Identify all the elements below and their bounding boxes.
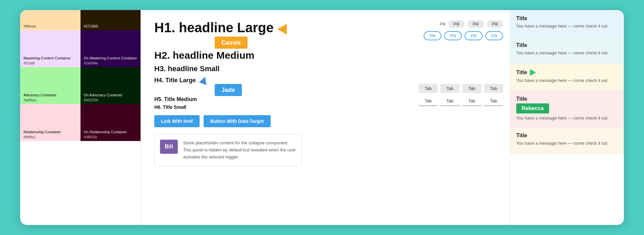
tab-underline-1[interactable]: Tab [419,96,438,106]
right-panel: Title You have a message here — come che… [510,10,624,225]
mastering-label: Mastering-Content Container [23,56,77,60]
on-relationship-hex: #3f001b [84,135,138,139]
mastering-container-cell: Mastering-Content Container #f2daff [20,30,80,67]
pill-3[interactable]: Pill [487,20,503,28]
advocacy-label: Advocacy Container [23,93,77,97]
jade-badge: Jade [215,84,242,96]
pill-outline-4[interactable]: Pill [485,31,503,40]
card-5-body: You have a message here — come check it … [516,140,618,147]
card-1: Title You have a message here — come che… [510,10,624,37]
on-advocacy-hex: #002204 [84,98,138,102]
mastering-hex: #f2daff [23,61,77,65]
relationship-container-cell: Relationship Container #ffd9e1 [20,104,80,141]
arrow-blue-icon [199,76,209,85]
color-cell-271900: #271900 [80,10,141,30]
tab-4[interactable]: Tab [484,84,503,93]
hex-label: #271900 [84,24,138,28]
card-2: Title You have a message here — come che… [510,37,624,64]
pill-outline-2[interactable]: Pill [444,31,462,40]
relationship-row: Relationship Container #ffd9e1 On Relati… [20,104,141,141]
pill-row-1: Pill Pill Pill Pill [396,20,503,28]
arrow-green-icon [530,69,536,76]
on-mastering-container-cell: On Mastering-Content Container #2e004e [80,30,141,67]
link-href-button[interactable]: Link With Href [154,115,200,127]
hex-label: #ffdeaa [23,24,77,28]
on-mastering-label: On Mastering-Content Container [84,56,138,60]
relationship-hex: #ffd9e1 [23,135,77,139]
card-3-title: Title [516,69,618,76]
on-relationship-container-cell: On Relationship Container #3f001b [80,104,141,141]
advocacy-hex: #a6f6a1 [23,98,77,102]
pill-1[interactable]: Pill [448,20,465,28]
card-3-title-text: Title [516,69,527,76]
left-panel: #ffdeaa #271900 Mastering-Content Contai… [20,10,141,225]
middle-panel: Pill Pill Pill Pill Pill Pill Pill Pill … [141,10,510,225]
advocacy-container-cell: Advocacy Container #a6f6a1 [20,67,80,104]
card-1-title: Title [516,15,618,21]
bill-badge: Bill [160,140,178,154]
on-advocacy-container-cell: On Advocacy Container #002204 [80,67,141,104]
on-relationship-label: On Relationship Container [84,130,138,134]
collapse-box: Bill Some placeholder content for the co… [154,134,302,166]
rebecca-badge: Rebecca [516,103,549,113]
card-4-body: You have a message here — come check it … [516,115,618,122]
card-5: Title You have a message here — come che… [510,127,624,154]
pill-outline-3[interactable]: Pill [465,31,482,40]
arrow-orange-icon [277,21,291,34]
card-5-title: Title [516,133,618,139]
headline-h4: H4. Title Large [154,77,496,84]
tab-underline-2[interactable]: Tab [440,96,460,106]
h1-text: H1. headline Large [154,20,274,35]
headline-h3: H3. headline Small [154,64,496,73]
tab-1[interactable]: Tab [419,84,438,93]
on-advocacy-label: On Advocacy Container [84,93,138,97]
pill-2[interactable]: Pill [467,20,484,28]
tabs-section: Tab Tab Tab Tab Tab Tab Tab Tab [396,84,503,109]
buttons-row: Link With Href Button With Data-Target [154,115,496,127]
tab-3[interactable]: Tab [462,84,481,93]
card-3: Title You have a message here — come che… [510,64,624,91]
advocacy-row: Advocacy Container #a6f6a1 On Advocacy C… [20,67,141,104]
card-3-body: You have a message here — come check it … [516,77,618,84]
top-row: #ffdeaa #271900 [20,10,141,30]
pills-section: Pill Pill Pill Pill Pill Pill Pill Pill [396,20,503,44]
headline-h2: H2. headline Medium [154,50,496,61]
cassie-badge: Cassie [215,37,248,49]
h4-text: H4. Title Large [154,77,196,84]
pill-row-2: Pill Pill Pill Pill [396,31,503,40]
card-4-title: Title [516,96,618,102]
relationship-label: Relationship Container [23,130,77,134]
pill-outline-1[interactable]: Pill [424,31,441,40]
color-cell-ffdeaa: #ffdeaa [20,10,80,30]
data-target-button[interactable]: Button With Data-Target [204,115,271,127]
collapse-text: Some placeholder content for the collaps… [183,140,296,160]
tab-row-2: Tab Tab Tab Tab [396,96,503,106]
card-1-body: You have a message here — come check it … [516,23,618,30]
mastering-row: Mastering-Content Container #f2daff On M… [20,30,141,67]
card-2-body: You have a message here — come check it … [516,50,618,56]
main-container: #ffdeaa #271900 Mastering-Content Contai… [20,10,624,225]
tab-2[interactable]: Tab [440,84,460,93]
card-4: Title Rebecca You have a message here — … [510,91,624,127]
on-mastering-hex: #2e004e [84,61,138,65]
tab-underline-3[interactable]: Tab [462,96,481,106]
tab-row-1: Tab Tab Tab Tab [396,84,503,93]
pill-plain: Pill [440,20,445,28]
tab-underline-4[interactable]: Tab [484,96,503,106]
card-2-title: Title [516,42,618,48]
